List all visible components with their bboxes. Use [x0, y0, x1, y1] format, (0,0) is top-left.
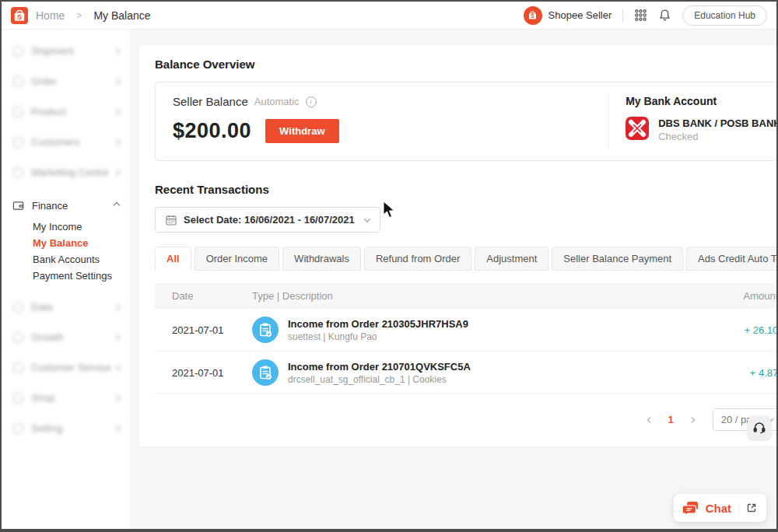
transaction-title: Income from Order 210305JHR7HSA9	[288, 318, 468, 330]
wallet-icon	[12, 200, 24, 212]
transaction-tabs: All Order Income Withdrawals Refund from…	[155, 247, 778, 271]
chat-label: Chat	[706, 502, 731, 515]
shopee-logo-icon[interactable]: S	[11, 7, 28, 24]
column-amount: Amount	[665, 290, 778, 302]
column-date: Date	[155, 290, 252, 302]
date-range-picker[interactable]: Select Date: 16/06/2021 - 16/07/2021	[155, 207, 380, 233]
product-icon	[12, 107, 23, 117]
setting-icon	[12, 423, 23, 434]
chevron-right-icon	[114, 108, 120, 114]
sidebar-item-marketing-centre[interactable]: Marketing Centre	[2, 157, 130, 187]
sidebar-item-shop[interactable]: Shop	[2, 383, 130, 413]
shop-icon	[12, 393, 23, 404]
top-bar-right: S Shopee Seller Education Hub	[524, 5, 767, 26]
education-hub-button[interactable]: Education Hub	[682, 5, 767, 26]
dbs-bank-logo	[626, 117, 649, 142]
bank-name: DBS BANK / POSB BANK	[658, 117, 778, 129]
chevron-right-icon	[114, 425, 120, 431]
chat-launcher[interactable]: Chat	[674, 494, 766, 522]
sidebar-group-finance: Finance My Income My Balance Bank Accoun…	[2, 192, 130, 284]
breadcrumb: S Home > My Balance	[11, 7, 151, 24]
filter-row: Select Date: 16/06/2021 - 16/07/2021 Exp…	[155, 207, 778, 233]
seller-balance-amount: $200.00	[173, 119, 251, 143]
breadcrumb-separator-icon: >	[76, 10, 82, 21]
transactions-table: Date Type | Description Amount Status 20…	[155, 283, 778, 394]
chevron-right-icon	[114, 169, 120, 175]
marketing-centre-icon	[12, 167, 23, 178]
automatic-label: Automatic	[254, 96, 300, 107]
main-content: Balance Overview Seller Balance Automati…	[130, 30, 778, 529]
sidebar-item-growth[interactable]: Growth	[2, 322, 130, 352]
customer-service-icon	[12, 362, 23, 373]
calendar-icon	[166, 215, 177, 226]
divider	[622, 9, 623, 23]
tab-ads-credit-auto-top-up[interactable]: Ads Credit Auto Top-Up	[686, 247, 778, 271]
chevron-right-icon	[114, 78, 120, 84]
date-range-label: Select Date: 16/06/2021 - 16/07/2021	[184, 214, 355, 226]
current-page[interactable]: 1	[665, 414, 677, 425]
tab-seller-balance-payment[interactable]: Seller Balance Payment	[552, 247, 683, 271]
transaction-subtitle: suettest | Kungfu Pao	[288, 331, 468, 342]
page-body: Shipment Order Product Customers Marketi	[2, 30, 776, 529]
sidebar-item-finance[interactable]: Finance	[2, 192, 130, 219]
support-headset-button[interactable]	[748, 416, 771, 439]
seller-balance-label: Seller Balance	[173, 95, 248, 108]
transaction-amount: + 26.10	[665, 324, 778, 336]
divider	[738, 502, 739, 514]
chevron-up-icon	[114, 202, 120, 208]
transaction-amount: + 4.87	[665, 367, 778, 379]
withdraw-button[interactable]: Withdraw	[265, 119, 338, 143]
tab-order-income[interactable]: Order Income	[194, 247, 279, 271]
top-bar: S Home > My Balance S Shopee Seller Educ…	[2, 2, 776, 30]
chevron-right-icon	[114, 138, 120, 145]
table-row: 2021-07-01 Income from Order 210701QVKSF…	[155, 352, 778, 394]
sidebar-item-payment-settings[interactable]: Payment Settings	[2, 268, 130, 284]
chat-icon	[683, 501, 699, 515]
order-income-icon	[252, 359, 279, 386]
tab-adjustment[interactable]: Adjustment	[475, 247, 548, 271]
svg-text:S: S	[531, 13, 534, 19]
growth-icon	[12, 332, 23, 343]
recent-transactions-title: Recent Transactions	[155, 183, 778, 196]
table-row: 2021-07-01 Income from Order 210305JHR7H…	[155, 309, 778, 352]
notification-bell-icon[interactable]	[658, 9, 671, 22]
sidebar: Shipment Order Product Customers Marketi	[2, 30, 130, 529]
seller-balance-section: Seller Balance Automatic i $200.00 Withd…	[156, 82, 608, 160]
sidebar-item-product[interactable]: Product	[2, 96, 130, 127]
avatar[interactable]: S	[524, 6, 542, 25]
expand-chat-icon[interactable]	[746, 502, 757, 513]
tab-refund-from-order[interactable]: Refund from Order	[364, 247, 471, 271]
order-income-icon	[252, 317, 279, 343]
sidebar-item-data[interactable]: Data	[2, 292, 130, 322]
table-header: Date Type | Description Amount Status	[155, 283, 778, 309]
balance-overview-box: Seller Balance Automatic i $200.00 Withd…	[155, 82, 778, 161]
breadcrumb-current: My Balance	[93, 9, 150, 22]
sidebar-item-customer-service[interactable]: Customer Service	[2, 352, 130, 383]
transaction-title: Income from Order 210701QVKSFC5A	[288, 361, 471, 373]
sidebar-item-setting[interactable]: Setting	[2, 413, 130, 443]
apps-grid-icon[interactable]	[634, 9, 647, 22]
sidebar-item-bank-accounts[interactable]: Bank Accounts	[2, 251, 130, 268]
balance-overview-title: Balance Overview	[155, 58, 778, 71]
sidebar-item-my-income[interactable]: My Income	[2, 219, 130, 235]
chevron-right-icon	[114, 303, 120, 310]
next-page-button[interactable]	[683, 415, 700, 425]
chevron-down-icon	[363, 215, 370, 222]
sidebar-item-shipment[interactable]: Shipment	[2, 36, 130, 66]
sidebar-item-my-balance[interactable]: My Balance	[2, 235, 130, 251]
info-icon[interactable]: i	[306, 96, 317, 107]
sidebar-item-order[interactable]: Order	[2, 66, 130, 96]
user-name[interactable]: Shopee Seller	[548, 9, 612, 21]
prev-page-button[interactable]	[642, 415, 659, 425]
shipment-icon	[12, 46, 23, 57]
transaction-subtitle: drcsell_uat_sg_official_cb_1 | Cookies	[288, 374, 471, 385]
svg-text:S: S	[17, 12, 22, 20]
column-type-description: Type | Description	[252, 290, 665, 302]
tab-withdrawals[interactable]: Withdrawals	[282, 247, 361, 271]
sidebar-item-customers[interactable]: Customers	[2, 127, 130, 157]
order-icon	[12, 76, 23, 87]
customers-icon	[12, 137, 23, 148]
breadcrumb-home[interactable]: Home	[36, 9, 65, 22]
chevron-right-icon	[114, 47, 120, 54]
tab-all[interactable]: All	[155, 247, 191, 271]
